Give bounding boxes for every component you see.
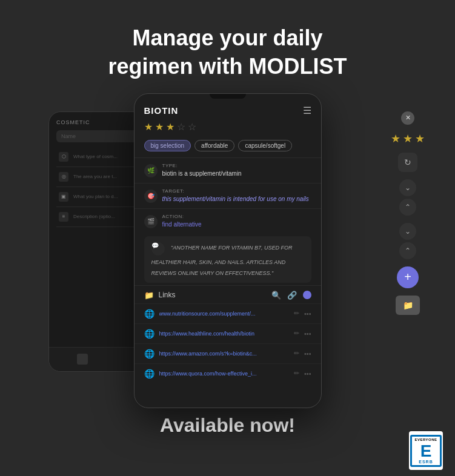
links-label: Links (159, 291, 176, 299)
purple-dot (303, 291, 311, 299)
link-row-2: 🌐 https://www.healthline.com/health/biot… (135, 323, 321, 343)
links-section: 📁 Links 🔍 🔗 🌐 www.nutritionsource.com/su… (135, 285, 321, 383)
tag-capsule[interactable]: capsule/softgel (238, 140, 292, 151)
arrow-up-1[interactable]: ⌃ (399, 199, 416, 216)
target-label: TARGET: (162, 188, 311, 194)
bg-icon-2: ◎ (59, 172, 68, 182)
right-panel: ✕ ★ ★ ★ ↻ ⌄ ⌃ ⌄ ⌃ + 📁 (391, 111, 425, 315)
bg-menu-text-2: The area you are t... (73, 174, 117, 179)
bg-icon-1: ⬡ (59, 152, 68, 162)
phone-header: BIOTIN ☰ (135, 99, 321, 120)
link-row-3: 🌐 https://www.amazon.com/s?k=biotin&c...… (135, 343, 321, 363)
more-icon-3[interactable]: ••• (304, 350, 311, 357)
globe-icon-1: 🌐 (144, 309, 154, 319)
globe-icon-3: 🌐 (144, 349, 154, 359)
globe-icon-4: 🌐 (144, 369, 154, 378)
type-label: TYPE: (162, 163, 311, 168)
right-stars: ★ ★ ★ (391, 132, 425, 145)
globe-icon-2: 🌐 (144, 329, 154, 339)
esrb-border: EVERYONE E ESRB (410, 435, 441, 467)
stars-row: ★ ★ ★ ☆ ☆ (135, 120, 321, 137)
links-actions: 🔍 🔗 (271, 291, 311, 300)
links-header: 📁 Links 🔍 🔗 (135, 285, 321, 303)
quote-icon: 💬 (151, 242, 165, 256)
star-4[interactable]: ☆ (177, 121, 185, 133)
edit-icon-3[interactable]: ✏ (294, 349, 299, 357)
right-star-3: ★ (415, 132, 425, 145)
link-url-4[interactable]: https://www.quora.com/how-effective_i... (159, 371, 289, 377)
plus-button[interactable]: + (397, 266, 419, 288)
type-content: TYPE: biotin is a supplement/vitamin (162, 163, 311, 178)
esrb-badge: EVERYONE E ESRB (409, 431, 443, 470)
folder-button[interactable]: 📁 (396, 296, 420, 315)
link-url-2[interactable]: https://www.healthline.com/health/biotin (159, 331, 289, 337)
main-phone: BIOTIN ☰ ★ ★ ★ ☆ ☆ big selection afforda… (134, 93, 322, 408)
link-row-4: 🌐 https://www.quora.com/how-effective_i.… (135, 363, 321, 383)
action-label: ACTION: (162, 214, 311, 219)
more-icon-1[interactable]: ••• (304, 310, 311, 317)
bg-icon-4: ≡ (59, 212, 68, 222)
link-url-1[interactable]: www.nutritionsource.com/supplement/... (159, 311, 289, 317)
edit-icon-2[interactable]: ✏ (294, 329, 299, 337)
action-icon: 🎬 (144, 215, 158, 228)
search-links-icon[interactable]: 🔍 (271, 291, 281, 300)
arrow-pair-1: ⌄ ⌃ (399, 179, 416, 216)
edit-icon-1[interactable]: ✏ (294, 309, 299, 317)
arrow-down-1[interactable]: ⌄ (399, 179, 416, 196)
available-text: Available now! (160, 414, 295, 437)
tags-row: big selection affordable capsule/softgel (135, 137, 321, 157)
quote-box: 💬 "ANOTHER NAME FOR VITAMIN B7, USED FOR… (144, 236, 311, 283)
close-button[interactable]: ✕ (401, 111, 414, 125)
right-star-2: ★ (403, 132, 413, 145)
esrb-e-letter: E (420, 443, 432, 460)
action-text: find alternative (162, 220, 311, 229)
link-chain-icon[interactable]: 🔗 (287, 291, 297, 300)
target-text: this supplement/vitamin is intended for … (162, 195, 311, 203)
content-area: COSMETIC Name ⬡ What type of cosm... ◎ T… (0, 93, 455, 408)
action-content: ACTION: find alternative (162, 214, 311, 229)
bg-input-placeholder: Name (61, 133, 76, 139)
right-star-1: ★ (391, 132, 400, 145)
phone-notch (210, 94, 246, 99)
tag-big-selection[interactable]: big selection (144, 140, 191, 151)
edit-icon-4[interactable]: ✏ (294, 369, 299, 377)
header-section: Manage your daily regimen with MODLIST (108, 0, 347, 81)
bg-nav-home (77, 354, 88, 365)
star-1[interactable]: ★ (144, 121, 153, 133)
more-icon-2[interactable]: ••• (304, 330, 311, 337)
link-url-3[interactable]: https://www.amazon.com/s?k=biotin&c... (159, 351, 289, 357)
esrb-everyone-label: EVERYONE (414, 438, 437, 441)
header-title: Manage your daily regimen with MODLIST (108, 24, 347, 81)
tag-affordable[interactable]: affordable (194, 140, 234, 151)
bg-menu-text-4: Description (optio... (73, 214, 115, 219)
star-2[interactable]: ★ (155, 121, 164, 133)
arrow-pair-2: ⌄ ⌃ (399, 223, 416, 259)
target-icon: 🎯 (144, 190, 158, 203)
folder-icon: 📁 (144, 291, 154, 300)
link-row-1: 🌐 www.nutritionsource.com/supplement/...… (135, 303, 321, 323)
links-left: 📁 Links (144, 291, 176, 300)
bg-menu-text-3: What you plan to d... (73, 194, 118, 199)
more-icon-4[interactable]: ••• (304, 370, 311, 377)
type-icon: 🌿 (144, 164, 158, 177)
quote-text: "ANOTHER NAME FOR VITAMIN B7, USED FOR H… (151, 245, 293, 277)
refresh-button[interactable]: ↻ (398, 153, 417, 172)
esrb-label: ESRB (419, 460, 433, 464)
target-content: TARGET: this supplement/vitamin is inten… (162, 188, 311, 203)
menu-icon[interactable]: ☰ (303, 105, 311, 116)
arrow-down-2[interactable]: ⌄ (399, 223, 416, 240)
bg-icon-3: ▣ (59, 192, 68, 202)
action-card: 🎬 ACTION: find alternative (135, 208, 321, 234)
star-5[interactable]: ☆ (188, 121, 196, 133)
arrow-up-2[interactable]: ⌃ (399, 242, 416, 259)
type-card: 🌿 TYPE: biotin is a supplement/vitamin (135, 157, 321, 183)
star-3[interactable]: ★ (166, 121, 174, 133)
type-text: biotin is a supplement/vitamin (162, 170, 311, 178)
footer-section: Available now! (160, 414, 295, 437)
target-card: 🎯 TARGET: this supplement/vitamin is int… (135, 183, 321, 208)
supplement-title: BIOTIN (144, 105, 179, 116)
bg-menu-text-1: What type of cosm... (73, 154, 118, 159)
